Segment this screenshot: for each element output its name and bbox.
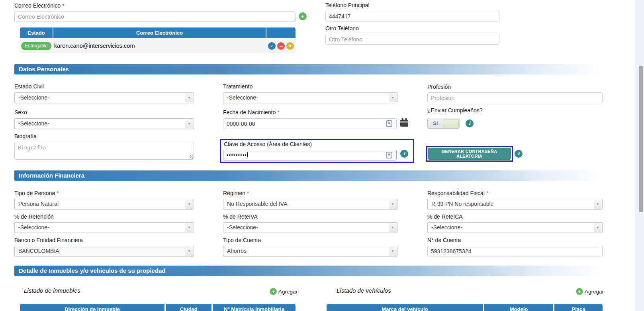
toggle-knob[interactable] [443, 119, 459, 127]
estado-civil-value: -Seleccione- [18, 93, 49, 103]
text-caret [247, 152, 248, 157]
biografia-textarea[interactable] [14, 142, 194, 160]
form-filler-extension-icon[interactable]: * [386, 120, 392, 127]
vertical-scrollbar-track[interactable] [635, 0, 644, 311]
tipo-cuenta-value: Ahorros [227, 246, 247, 256]
responsabilidad-fiscal-select[interactable]: R-99-PN No responsable ▼ [427, 199, 603, 209]
tratamiento-select[interactable]: -Seleccione- ▼ [223, 92, 397, 103]
responsabilidad-fiscal-label-text: Responsabilidad Fiscal [427, 190, 485, 196]
estado-civil-select[interactable]: -Seleccione- ▼ [14, 92, 194, 103]
numero-cuenta-label: N° de Cuenta [427, 237, 461, 243]
textarea-resize-grip[interactable] [190, 155, 194, 159]
inmuebles-col-ciudad: Ciudad [166, 304, 211, 311]
remove-email-button[interactable]: − [277, 42, 285, 50]
agregar-inmueble-label[interactable]: Agregar [278, 289, 298, 295]
enviar-cumpleanos-toggle[interactable]: SI [427, 118, 460, 129]
phone-principal-label: Teléfono Principal [325, 2, 370, 8]
retencion-select[interactable]: -Seleccione- ▼ [14, 222, 194, 233]
regimen-label: Régimen* [223, 190, 249, 196]
tipo-persona-value: Persona Natural [18, 199, 59, 209]
chevron-down-icon: ▼ [389, 200, 397, 209]
agregar-vehiculo-button[interactable]: + [576, 288, 583, 295]
listado-vehiculos-title: Listado de vehículos [337, 287, 391, 294]
profesion-label: Profesión [427, 84, 451, 90]
numero-cuenta-input[interactable] [427, 246, 603, 256]
vertical-scrollbar-thumb[interactable] [639, 66, 643, 212]
phone-otro-input[interactable] [325, 34, 499, 45]
required-asterisk: * [57, 190, 59, 196]
vehiculos-col-modelo: Modelo [484, 304, 553, 311]
clave-info-icon[interactable]: i [400, 150, 408, 158]
banco-value: BANCOLOMBIA [18, 246, 59, 256]
phone-principal-input[interactable] [325, 11, 499, 22]
reteiva-select[interactable]: -Seleccione- ▼ [223, 222, 397, 233]
profesion-input[interactable] [427, 92, 603, 103]
chevron-down-icon: ▼ [389, 223, 397, 232]
section-datos-personales: Datos Personales [14, 64, 603, 74]
info-glyph: i [518, 151, 520, 156]
tipo-cuenta-select[interactable]: Ahorros ▼ [223, 246, 397, 256]
asterisk-glyph: * [388, 121, 391, 127]
toggle-state-label: SI [433, 118, 438, 128]
chevron-down-icon: ▼ [185, 246, 193, 256]
sexo-select[interactable]: -Seleccione- ▼ [14, 118, 194, 129]
favorite-email-button[interactable]: ★ [286, 42, 294, 50]
add-email-button[interactable]: + [299, 12, 307, 20]
required-asterisk: * [247, 190, 249, 196]
contact-form-page: Correo Electrónico* + Estado Correo Elec… [0, 0, 644, 311]
email-row-actions-cell: ✓ − ★ [266, 39, 296, 53]
regimen-value: No Responsable del IVA [227, 199, 288, 209]
sexo-value: -Seleccione- [18, 119, 49, 129]
fecha-nacimiento-label: Fecha de Nacimiento* [223, 109, 280, 115]
responsabilidad-fiscal-value: R-99-PN No responsable [431, 199, 493, 209]
required-asterisk: * [277, 109, 279, 115]
reteica-select[interactable]: -Seleccione- ▼ [427, 222, 603, 233]
form-filler-extension-icon[interactable]: * [386, 152, 392, 158]
phone-otro-label: Otro Teléfono [325, 25, 359, 31]
vehiculos-col-placa: Placa [554, 304, 603, 311]
reteica-value: -Seleccione- [431, 223, 462, 233]
email-table-col-correo: Correo Electrónico [53, 27, 266, 38]
email-label: Correo Electrónico* [14, 2, 64, 9]
tipo-persona-select[interactable]: Persona Natural ▼ [14, 199, 194, 209]
email-address: karen.cano@interservicios.com [54, 39, 135, 53]
listado-inmuebles-title: Listado de inmuebles [24, 287, 80, 294]
required-asterisk: * [486, 190, 488, 196]
chevron-down-icon: ▼ [185, 223, 193, 232]
retencion-value: -Seleccione- [18, 223, 49, 233]
check-icon: ✓ [270, 44, 273, 48]
tratamiento-value: -Seleccione- [227, 93, 258, 103]
asterisk-glyph: * [388, 153, 391, 158]
agregar-inmueble-button[interactable]: + [270, 288, 277, 295]
retencion-label: % de Retención [14, 213, 54, 220]
regimen-select[interactable]: No Responsable del IVA ▼ [223, 199, 397, 209]
reteiva-value: -Seleccione- [227, 223, 258, 233]
enviar-cumpleanos-label: ¿Enviar Cumpleaños? [427, 107, 483, 113]
email-label-text: Correo Electrónico [14, 2, 61, 9]
info-glyph: i [403, 151, 405, 156]
clave-acceso-password-input[interactable]: ••••••••• [223, 150, 397, 160]
reteica-label: % de ReteICA [427, 213, 463, 220]
generar-info-icon[interactable]: i [515, 150, 523, 158]
email-row-main-cell: Entregable karen.cano@interservicios.com [20, 39, 266, 53]
estado-civil-label: Estado Civil [14, 83, 44, 90]
banco-select[interactable]: BANCOLOMBIA ▼ [14, 246, 194, 256]
plus-icon: + [272, 289, 275, 295]
generar-contrasena-button[interactable]: GENERAR CONTRASEÑA ALEATORIA [428, 148, 511, 160]
tratamiento-label: Tratamiento [223, 83, 253, 90]
plus-icon: + [578, 289, 581, 295]
calendar-icon[interactable] [400, 118, 409, 127]
minus-icon: − [279, 43, 283, 49]
inmuebles-col-matricula: N° Matrícula Inmobiliaria [213, 304, 296, 311]
reteiva-label: % de ReteIVA [223, 213, 258, 220]
email-table-col-estado: Estado [20, 27, 53, 38]
fecha-nacimiento-input[interactable] [223, 118, 397, 129]
cumpleanos-info-icon[interactable]: i [466, 119, 474, 127]
email-input[interactable] [14, 11, 296, 22]
tipo-persona-label: Tipo de Persona* [14, 190, 59, 196]
agregar-vehiculo-label[interactable]: Agregar [585, 289, 604, 295]
confirm-email-button[interactable]: ✓ [268, 42, 276, 50]
inmuebles-table-header: Dirección de Inmueble Ciudad N° Matrícul… [20, 304, 296, 311]
password-dots: ••••••••• [227, 152, 247, 158]
plus-icon: + [301, 13, 305, 20]
